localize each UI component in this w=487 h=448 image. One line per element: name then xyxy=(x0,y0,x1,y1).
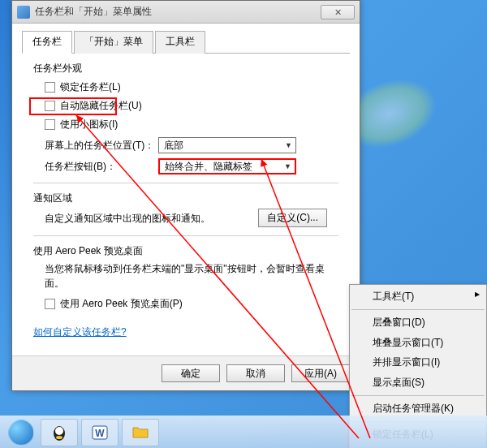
menu-show-desktop[interactable]: 显示桌面(S) xyxy=(350,373,486,393)
lock-taskbar-checkbox[interactable] xyxy=(45,82,55,93)
menu-cascade[interactable]: 层叠窗口(D) xyxy=(350,312,486,333)
appearance-group-label: 任务栏外观 xyxy=(33,62,350,75)
autohide-label: 自动隐藏任务栏(U) xyxy=(60,99,142,113)
titlebar[interactable]: 任务栏和「开始」菜单属性 ✕ xyxy=(12,1,360,24)
taskbar[interactable]: W xyxy=(0,416,487,448)
taskbar-app-explorer[interactable] xyxy=(122,419,159,446)
ok-button[interactable]: 确定 xyxy=(162,364,220,382)
tab-taskbar[interactable]: 任务栏 xyxy=(22,31,72,54)
tab-toolbars[interactable]: 工具栏 xyxy=(155,31,205,54)
small-icons-label: 使用小图标(I) xyxy=(60,118,118,131)
menu-sidebyside[interactable]: 并排显示窗口(I) xyxy=(350,352,486,373)
tab-strip: 任务栏 「开始」菜单 工具栏 xyxy=(22,30,350,54)
taskbar-buttons-select[interactable]: 始终合并、隐藏标签 ▼ xyxy=(158,158,296,174)
help-link[interactable]: 如何自定义该任务栏? xyxy=(33,325,127,339)
lock-taskbar-label: 锁定任务栏(L) xyxy=(60,80,121,94)
taskbar-app-qq[interactable] xyxy=(41,419,78,446)
start-button[interactable] xyxy=(3,418,39,447)
apply-button[interactable]: 应用(A) xyxy=(291,364,350,382)
chevron-down-icon: ▼ xyxy=(284,162,291,170)
taskbar-app-word[interactable]: W xyxy=(81,419,119,446)
close-button[interactable]: ✕ xyxy=(321,5,355,19)
autohide-checkbox[interactable] xyxy=(45,101,55,111)
divider xyxy=(33,183,338,183)
menu-stack[interactable]: 堆叠显示窗口(T) xyxy=(350,333,486,353)
svg-point-2 xyxy=(56,436,62,439)
customize-button[interactable]: 自定义(C)... xyxy=(258,209,327,227)
dialog-title: 任务栏和「开始」菜单属性 xyxy=(35,5,321,19)
aero-group-label: 使用 Aero Peek 预览桌面 xyxy=(33,244,350,258)
aero-desc: 当您将鼠标移动到任务栏末端的"显示桌面"按钮时，会暂时查看桌面。 xyxy=(45,261,338,291)
cancel-button[interactable]: 取消 xyxy=(226,364,285,382)
word-icon: W xyxy=(90,423,110,442)
svg-point-1 xyxy=(55,427,63,435)
taskbar-properties-dialog: 任务栏和「开始」菜单属性 ✕ 任务栏 「开始」菜单 工具栏 任务栏外观 锁定任务… xyxy=(11,0,360,391)
dialog-footer: 确定 取消 应用(A) xyxy=(12,355,360,390)
divider xyxy=(33,235,338,236)
aero-peek-label: 使用 Aero Peek 预览桌面(P) xyxy=(60,297,183,311)
buttons-label: 任务栏按钮(B)： xyxy=(45,160,158,174)
notify-group-label: 通知区域 xyxy=(33,192,350,205)
menu-toolbars[interactable]: 工具栏(T) xyxy=(350,286,486,307)
notify-desc: 自定义通知区域中出现的图标和通知。 xyxy=(45,211,210,226)
chevron-down-icon: ▼ xyxy=(285,141,292,149)
buttons-value: 始终合并、隐藏标签 xyxy=(165,160,252,174)
small-icons-checkbox[interactable] xyxy=(45,119,55,130)
svg-text:W: W xyxy=(95,428,105,439)
position-label: 屏幕上的任务栏位置(T)： xyxy=(45,139,158,153)
position-select[interactable]: 底部 ▼ xyxy=(158,137,296,153)
menu-separator xyxy=(351,309,485,310)
penguin-icon xyxy=(50,423,69,442)
menu-separator xyxy=(351,395,485,396)
tab-start-menu[interactable]: 「开始」菜单 xyxy=(74,31,153,54)
dialog-icon xyxy=(17,6,30,19)
folder-icon xyxy=(131,423,150,442)
position-value: 底部 xyxy=(164,139,183,153)
aero-peek-checkbox[interactable] xyxy=(45,299,55,309)
dialog-body: 任务栏 「开始」菜单 工具栏 任务栏外观 锁定任务栏(L) 自动隐藏任务栏(U)… xyxy=(12,24,360,355)
windows-orb-icon xyxy=(8,420,34,446)
